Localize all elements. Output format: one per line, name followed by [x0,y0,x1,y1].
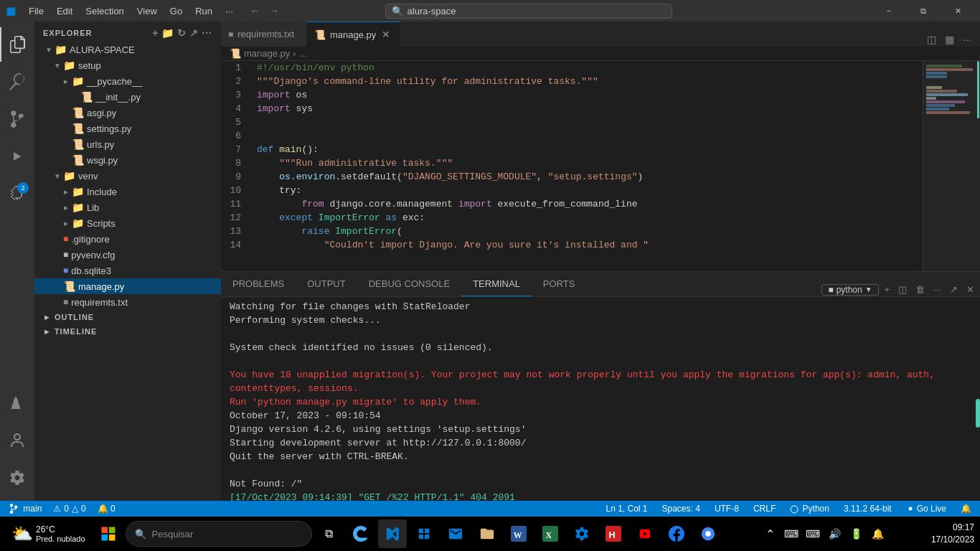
tree-folder-setup[interactable]: ▼ 📁 setup [34,57,221,73]
new-file-icon[interactable]: + [152,27,159,39]
mail-taskbar-button[interactable] [441,519,470,548]
status-golive[interactable]: Go Live [903,504,949,514]
breadcrumb-more[interactable]: ... [299,48,307,59]
tab-requirements[interactable]: ■ requiremts.txt [221,22,307,47]
tree-file-requirements[interactable]: ■ requiremts.txt [34,294,221,310]
trash-icon[interactable]: 🗑 [913,283,928,296]
battery-icon[interactable]: 🔋 [846,524,866,544]
breadcrumb-file[interactable]: manage.py [244,48,290,59]
restore-button[interactable]: ⧉ [907,0,940,22]
hr-taskbar-button[interactable]: H [599,519,628,548]
tree-file-urls[interactable]: 📜 urls.py [34,136,221,152]
code-content[interactable]: #!/usr/bin/env python """Django's comman… [251,61,923,271]
tab-manage-close[interactable]: ✕ [380,29,392,40]
taskview-button[interactable]: ⧉ [315,519,344,548]
terminal-content[interactable]: Watching for file changes with StatReloa… [221,297,980,501]
menu-go[interactable]: Go [164,4,188,18]
weather-widget[interactable]: ⛅ 26°C Pred. nublado [6,524,91,544]
explorer-taskbar-button[interactable] [473,519,501,548]
edge-taskbar-button[interactable] [347,519,375,548]
panel-more-icon[interactable]: ··· [930,283,944,296]
start-button[interactable] [94,519,123,548]
nav-forward[interactable]: → [266,4,282,18]
tree-folder-venv[interactable]: ▼ 📁 venv [34,168,221,184]
tree-file-init[interactable]: 📜 __init__.py [34,89,221,105]
tree-folder-scripts[interactable]: ► 📁 Scripts [34,215,221,231]
status-language[interactable]: Python [787,504,832,514]
refresh-icon[interactable]: ↻ [177,27,187,39]
timeline-section[interactable]: ► TIMELINE [34,324,221,339]
new-folder-icon[interactable]: 📁 [161,27,174,39]
panel-tab-ports[interactable]: PORTS [532,271,587,296]
menu-run[interactable]: Run [189,4,218,18]
tree-file-wsgi[interactable]: 📜 wsgi.py [34,152,221,168]
panel-close-icon[interactable]: ✕ [963,283,977,296]
status-line-ending[interactable]: CRLF [750,504,778,514]
menu-edit[interactable]: Edit [51,4,78,18]
nav-back[interactable]: ← [248,4,263,18]
vscode-taskbar-button[interactable] [378,519,407,548]
tree-root-alura-space[interactable]: ▼ 📁 ALURA-SPACE [34,42,221,57]
panel-tab-terminal[interactable]: TERMINAL [461,271,532,296]
editor-layout-icon[interactable]: ▦ [942,32,957,47]
explorer-activity-icon[interactable] [0,27,34,62]
status-errors[interactable]: ⚠ 0 △ 0 [50,504,88,514]
settings-taskbar-button[interactable] [567,519,596,548]
tray-arrow-icon[interactable]: ⌃ [760,524,780,544]
tab-manage[interactable]: 📜 manage.py ✕ [307,22,400,47]
tree-file-settings[interactable]: 📜 settings.py [34,121,221,136]
account-activity-icon[interactable] [0,423,34,458]
volume-icon[interactable]: 🔊 [824,524,844,544]
menu-file[interactable]: File [23,4,50,18]
tree-folder-pycache[interactable]: ► 📁 __pycache__ [34,73,221,89]
notification-icon[interactable]: 🔔 [867,524,887,544]
sidebar-more-icon[interactable]: ··· [202,27,212,39]
tree-file-gitignore[interactable]: ■ .gitignore [34,231,221,247]
status-encoding[interactable]: UTF-8 [712,504,742,514]
settings-activity-icon[interactable] [0,461,34,495]
taskbar-search[interactable]: 🔍 Pesquisar [126,521,312,547]
excel-taskbar-button[interactable]: X [536,519,565,548]
close-button[interactable]: ✕ [941,0,974,22]
tree-folder-include[interactable]: ► 📁 Include [34,184,221,199]
network-icon[interactable]: ⌨ [803,524,823,544]
menu-more[interactable]: ··· [220,4,239,18]
run-debug-activity-icon[interactable] [0,139,34,174]
terminal-label[interactable]: ■ python ▼ [821,284,878,296]
source-control-activity-icon[interactable] [0,102,34,136]
menu-selection[interactable]: Selection [80,4,129,18]
tree-file-pyvenv[interactable]: ■ pyvenv.cfg [34,247,221,263]
title-search[interactable]: 🔍 [385,4,672,19]
menu-view[interactable]: View [131,4,163,18]
tree-file-manage[interactable]: 📜 manage.py [34,278,221,294]
title-search-input[interactable] [407,6,551,17]
facebook-taskbar-button[interactable] [662,519,691,548]
panel-maximize-icon[interactable]: ↗ [947,283,961,296]
outline-section[interactable]: ► OUTLINE [34,310,221,324]
tree-folder-lib[interactable]: ► 📁 Lib [34,199,221,215]
tree-file-db[interactable]: ■ db.sqlite3 [34,263,221,278]
keyboard-icon[interactable]: ⌨ [781,524,801,544]
word-taskbar-button[interactable]: W [504,519,533,548]
status-notifications[interactable]: 🔔 0 [95,504,118,514]
chrome-taskbar-button[interactable] [694,519,722,548]
panel-tab-debug-console[interactable]: DEBUG CONSOLE [357,271,461,296]
new-terminal-icon[interactable]: + [882,283,893,296]
panel-tab-output[interactable]: OUTPUT [296,271,357,296]
status-spaces[interactable]: Spaces: 4 [659,504,703,514]
split-terminal-icon[interactable]: ◫ [895,283,910,296]
code-editor[interactable]: 1 2 3 4 5 6 7 8 9 10 11 12 13 14 #!/usr/… [221,61,980,271]
extensions-activity-icon[interactable]: 2 [0,176,34,211]
store-taskbar-button[interactable] [410,519,438,548]
status-bell[interactable]: 🔔 [958,504,974,514]
terminal-scrollbar[interactable] [976,399,980,428]
status-python-version[interactable]: 3.11.2 64-bit [841,504,895,514]
minimize-button[interactable]: − [872,0,905,22]
more-actions-icon[interactable]: ··· [960,32,974,47]
search-activity-icon[interactable] [0,65,34,99]
split-editor-icon[interactable]: ◫ [924,32,939,47]
status-branch[interactable]: main [6,504,44,514]
collapse-icon[interactable]: ↗ [189,27,199,39]
status-position[interactable]: Ln 1, Col 1 [603,504,650,514]
tree-file-asgi[interactable]: 📜 asgi.py [34,105,221,121]
